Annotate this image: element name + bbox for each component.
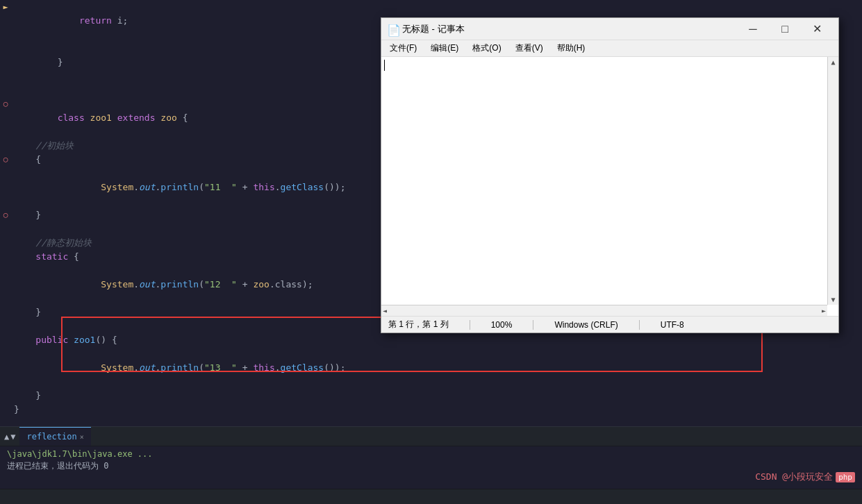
notepad-status-zoom: 100% (491, 320, 513, 330)
code-line: System.out.println("13 " + this.getClass… (0, 347, 375, 389)
menu-help[interactable]: 帮助(H) (552, 41, 591, 56)
notepad-scrollbar-vertical[interactable]: ▲ ▼ (827, 57, 838, 305)
notepad-controls: ─ □ ✕ (737, 18, 833, 40)
notepad-status-sep2 (533, 320, 533, 330)
line-content: return i; (11, 0, 375, 42)
notepad-titlebar: 📄 无标题 - 记事本 ─ □ ✕ (381, 18, 838, 40)
notepad-status-position: 第 1 行，第 1 列 (388, 319, 449, 330)
code-line: ○ class zoo1 extends zoo { (0, 97, 375, 139)
csdn-watermark: CSDN @小段玩安全 php (755, 471, 855, 483)
menu-file[interactable]: 文件(F) (384, 41, 422, 56)
notepad-scrollbar-horizontal[interactable]: ◄ ► (381, 305, 827, 316)
notepad-statusbar: 第 1 行，第 1 列 100% Windows (CRLF) UTF-8 (381, 316, 838, 333)
menu-format[interactable]: 格式(O) (467, 41, 506, 56)
code-line: } (0, 403, 375, 417)
notepad-content[interactable]: ▲ ▼ ◄ ► (381, 57, 838, 316)
notepad-status-encoding: UTF-8 (661, 320, 684, 330)
text-cursor (384, 60, 385, 71)
code-line (0, 319, 375, 333)
terminal-tab-label: reflection (26, 432, 76, 442)
code-line: static { (0, 250, 375, 264)
code-line: //静态初始块 (0, 236, 375, 250)
code-line: } (0, 389, 375, 403)
line-content: } (11, 42, 375, 83)
line-content: class zoo1 extends zoo { (11, 97, 375, 139)
notepad-window[interactable]: 📄 无标题 - 记事本 ─ □ ✕ 文件(F) 编辑(E) 格式(O) 查看(V… (381, 17, 839, 333)
code-line: System.out.println("12 " + zoo.class); (0, 264, 375, 305)
notepad-status-sep3 (639, 320, 640, 330)
terminal-path: \java\jdk1.7\bin\java.exe ... (7, 449, 855, 459)
terminal-tab-reflection[interactable]: reflection × (19, 427, 90, 446)
code-line: ○ } (0, 208, 375, 222)
terminal-exit-msg: 进程已结束，退出代码为 0 (7, 460, 855, 472)
notepad-close-button[interactable]: ✕ (801, 18, 833, 40)
ide-status-bar (0, 489, 862, 504)
php-badge: php (836, 472, 855, 482)
terminal-tab-close[interactable]: × (80, 433, 84, 441)
line-gutter: ○ (0, 97, 11, 111)
terminal-tab-bar: ▲ ▼ reflection × (0, 427, 862, 446)
notepad-app-icon: 📄 (387, 24, 398, 35)
line-gutter: ► (0, 0, 11, 14)
code-line: } (0, 305, 375, 319)
terminal-area: ▲ ▼ reflection × \java\jdk1.7\bin\java.e… (0, 426, 862, 489)
status-bar-text (0, 492, 19, 501)
code-line: //初始块 (0, 139, 375, 153)
terminal-nav-arrows: ▲ ▼ (0, 432, 19, 442)
menu-edit[interactable]: 编辑(E) (425, 41, 464, 56)
notepad-maximize-button[interactable]: □ (769, 18, 801, 40)
notepad-menubar: 文件(F) 编辑(E) 格式(O) 查看(V) 帮助(H) (381, 40, 838, 57)
code-line: public zoo1() { (0, 333, 375, 347)
code-line: System.out.println("11 " + this.getClass… (0, 167, 375, 208)
csdn-text: CSDN @小段玩安全 (755, 471, 833, 483)
terminal-content: \java\jdk1.7\bin\java.exe ... 进程已结束，退出代码… (0, 446, 862, 475)
notepad-status-line-ending: Windows (CRLF) (554, 320, 618, 330)
code-line: } (0, 42, 375, 83)
notepad-title: 无标题 - 记事本 (402, 23, 737, 35)
notepad-minimize-button[interactable]: ─ (737, 18, 769, 40)
code-line: ► return i; (0, 0, 375, 42)
code-line (0, 83, 375, 97)
code-line (0, 222, 375, 236)
code-line: ○ { (0, 153, 375, 167)
menu-view[interactable]: 查看(V) (510, 41, 549, 56)
notepad-status-sep1 (470, 320, 470, 330)
